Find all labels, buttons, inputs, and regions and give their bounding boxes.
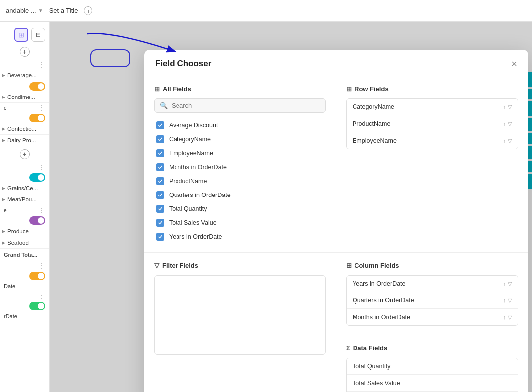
filter-fields-label: Filter Fields <box>162 262 198 269</box>
add-dairy-button[interactable]: + <box>0 146 49 162</box>
expand-icon: ▶ <box>2 186 5 191</box>
search-box[interactable]: 🔍 <box>154 98 326 113</box>
sort-asc-icon[interactable]: ↑ <box>503 104 506 110</box>
field-label: ProductName <box>169 178 207 185</box>
sort-asc-icon[interactable]: ↑ <box>503 297 506 303</box>
add-item-button[interactable]: + <box>0 44 49 60</box>
info-icon[interactable]: i <box>84 6 92 15</box>
row-fields-label: Row Fields <box>355 85 389 93</box>
sidebar-item-label: Produce <box>7 228 29 234</box>
more-options-icon[interactable]: ⋮ <box>38 163 45 171</box>
header-bar: andable ... ▼ Set a Title i <box>0 0 532 22</box>
field-label: Average Discount <box>169 122 218 129</box>
row-field-employeename[interactable]: EmployeeName ↑ ▽ <box>347 133 518 149</box>
field-item-months-orderdate[interactable]: Months in OrderDate <box>154 161 326 174</box>
sidebar-item-dairy[interactable]: ▶ Dairy Pro... <box>0 135 49 146</box>
column-field-quarters[interactable]: Quarters in OrderDate ↑ ▽ <box>347 293 518 309</box>
checkbox-total-sales[interactable] <box>156 219 164 227</box>
row-field-productname[interactable]: ProductName ↑ ▽ <box>347 116 518 132</box>
field-item-total-sales-value[interactable]: Total Sales Value <box>154 216 326 229</box>
sort-asc-icon[interactable]: ↑ <box>503 314 506 320</box>
filter-icon[interactable]: ▽ <box>508 121 512 127</box>
plus-icon: + <box>20 149 30 159</box>
more-options-icon[interactable]: ⋮ <box>38 206 45 214</box>
sidebar-item-confectionery[interactable]: ▶ Confectio... <box>0 123 49 135</box>
toggle-condiments[interactable] <box>29 114 45 122</box>
checkbox-years-orderdate[interactable] <box>156 233 164 241</box>
field-item-employeename[interactable]: EmployeeName <box>154 147 326 160</box>
sidebar-item-label: Meat/Pou... <box>7 196 37 202</box>
header-chevron-icon[interactable]: ▼ <box>38 8 43 13</box>
field-item-categoryname[interactable]: CategoryName <box>154 133 326 146</box>
field-item-avg-discount[interactable]: Average Discount <box>154 119 326 132</box>
checkbox-months-orderdate[interactable] <box>156 163 164 171</box>
more-options-icon[interactable]: ⋮ <box>38 104 45 112</box>
checkbox-productname[interactable] <box>156 177 164 185</box>
all-fields-label: All Fields <box>163 85 191 93</box>
row-fields-section: ⊞ Row Fields CategoryName ↑ ▽ <box>336 76 528 253</box>
sort-asc-icon[interactable]: ↑ <box>503 138 506 144</box>
modal-close-button[interactable]: × <box>511 59 517 69</box>
search-input[interactable] <box>172 102 320 109</box>
toggle-meat[interactable] <box>29 216 45 225</box>
modal-body: ⊞ All Fields 🔍 Average Discount <box>144 76 528 392</box>
toggle-beverages[interactable] <box>29 82 45 91</box>
filter-icon[interactable]: ▽ <box>508 281 512 287</box>
all-fields-header: ⊞ All Fields <box>154 85 326 93</box>
all-fields-list: Average Discount CategoryName EmployeeNa… <box>154 119 326 243</box>
field-label: Months in OrderDate <box>169 164 227 171</box>
checkbox-avg-discount[interactable] <box>156 121 164 129</box>
field-item-quarters-orderdate[interactable]: Quarters in OrderDate <box>154 189 326 201</box>
toggle-rdate[interactable] <box>29 302 45 310</box>
filter-icon[interactable]: ▽ <box>508 314 512 321</box>
column-fields-header: ⊞ Column Fields <box>346 262 518 269</box>
filter-icon[interactable]: ▽ <box>508 297 512 304</box>
column-field-actions: ↑ ▽ <box>503 314 512 321</box>
filter-fields-header: ▽ Filter Fields <box>154 262 326 269</box>
sidebar-item-produce[interactable]: ▶ Produce <box>0 226 49 237</box>
row-field-actions: ↑ ▽ <box>503 104 512 110</box>
more-options-icon2[interactable]: ⋮ <box>38 292 45 300</box>
sidebar-item-seafood[interactable]: ▶ Seafood <box>0 237 49 249</box>
field-item-productname[interactable]: ProductName <box>154 175 326 188</box>
filter-icon[interactable]: ▽ <box>508 138 512 144</box>
data-field-total-quantity[interactable]: Total Quantity <box>347 358 518 375</box>
sidebar-item-condiments[interactable]: ▶ Condime... <box>0 92 49 103</box>
sort-asc-icon[interactable]: ↑ <box>503 281 506 287</box>
sidebar-item-label: Seafood <box>7 240 29 246</box>
modal-header: Field Chooser × <box>144 50 528 76</box>
column-field-months[interactable]: Months in OrderDate ↑ ▽ <box>347 309 518 325</box>
sidebar-toggle-beverages <box>0 81 49 92</box>
field-item-years-orderdate[interactable]: Years in OrderDate <box>154 230 326 243</box>
checkbox-employeename[interactable] <box>156 149 164 157</box>
expand-icon: ▶ <box>2 229 5 234</box>
row-fields-list: CategoryName ↑ ▽ ProductName ↑ <box>346 98 518 149</box>
column-field-label: Years in OrderDate <box>353 280 406 287</box>
checkbox-total-quantity[interactable] <box>156 205 164 213</box>
field-item-total-quantity[interactable]: Total Quantity <box>154 202 326 215</box>
filter-icon[interactable]: ▽ <box>508 104 512 110</box>
more-options-icon[interactable]: ⋮ <box>38 262 45 270</box>
grand-total-label: Grand Tota... <box>0 249 49 261</box>
data-field-total-sales[interactable]: Total Sales Value <box>347 375 518 392</box>
checkbox-quarters-orderdate[interactable] <box>156 191 164 199</box>
checkbox-categoryname[interactable] <box>156 135 164 143</box>
expand-icon: ▶ <box>2 240 5 245</box>
sidebar-item-label: Beverage... <box>7 72 37 78</box>
sidebar-item-label: Condime... <box>7 94 35 100</box>
sort-asc-icon[interactable]: ↑ <box>503 121 506 127</box>
row-field-categoryname[interactable]: CategoryName ↑ ▽ <box>347 99 518 115</box>
toggle-dairy[interactable] <box>29 173 45 182</box>
grid-section-icon: ⊞ <box>154 85 160 93</box>
more-options-icon[interactable]: ⋮ <box>38 61 45 69</box>
pivot-view-button[interactable]: ⊟ <box>31 28 45 42</box>
grid-view-button[interactable]: ⊞ <box>14 28 28 42</box>
content-area: Total Quantity 28112414310317 1,12... Fi… <box>50 22 532 392</box>
sidebar-item-beverages[interactable]: ▶ Beverage... <box>0 70 49 81</box>
column-field-years[interactable]: Years in OrderDate ↑ ▽ <box>347 276 518 292</box>
sidebar-item-grains[interactable]: ▶ Grains/Ce... <box>0 183 49 194</box>
sidebar-item-meat[interactable]: ▶ Meat/Pou... <box>0 194 49 205</box>
toggle-date[interactable] <box>29 272 45 280</box>
grid-icon: ⊞ <box>18 31 24 39</box>
data-fields-section: Σ Data Fields Total Quantity Total Sales… <box>336 335 528 392</box>
